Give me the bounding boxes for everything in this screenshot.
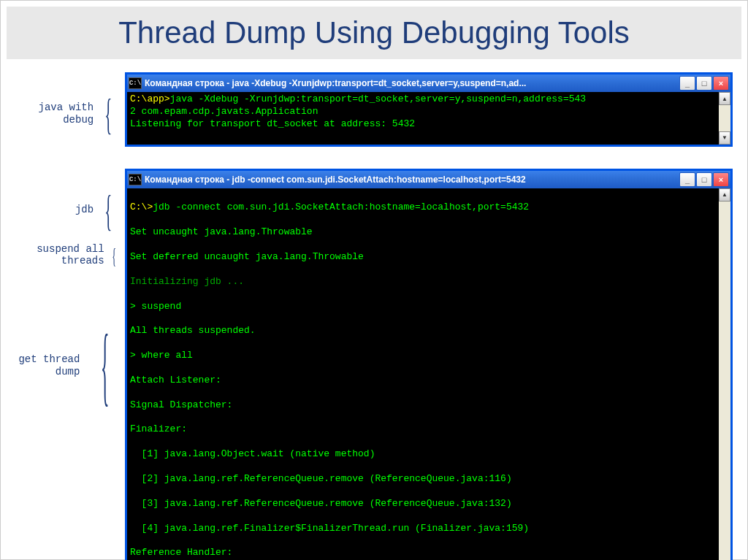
cmd-line: [1] java.lang.Object.wait (native method… [130,448,716,461]
cmd-content-1[interactable]: C:\app>java -Xdebug -Xrunjdwp:transport=… [127,92,719,145]
scrollbar[interactable]: ▲ ▼ [719,92,730,145]
cmd-icon: C:\ [129,77,142,89]
cmd-line: [2] java.lang.ref.ReferenceQueue.remove … [130,473,716,486]
scroll-up-button[interactable]: ▲ [719,188,730,202]
cmd-icon: C:\ [129,174,142,185]
cmd-line: Reference Handler: [130,547,716,559]
cmd-line: Set uncaught java.lang.Throwable [130,226,716,239]
bracket-icon: { [105,103,112,125]
cmd-line: Finalizer: [130,423,716,436]
cmd-line: [3] java.lang.ref.ReferenceQueue.remove … [130,498,716,510]
label-jdb: jdb [75,204,94,216]
cmd-line: > suspend [130,301,716,313]
label-dump: get thread dump [18,353,80,378]
cmd-window-title: Командная строка - java -Xdebug -Xrunjdw… [145,78,679,88]
cmd-line: > where all [130,350,716,362]
maximize-button[interactable]: □ [696,76,712,91]
cmd-window-title: Командная строка - jdb -connect com.sun.… [145,174,679,185]
label-java-debug: java with debug [39,101,94,126]
content: java with debug { C:\ Командная строка -… [1,65,747,560]
bracket-icon: { [112,250,116,261]
cmd-line: Signal Dispatcher: [130,399,716,412]
section-java-debug: java with debug { C:\ Командная строка -… [15,72,733,147]
cmd-titlebar-1[interactable]: C:\ Командная строка - java -Xdebug -Xru… [127,74,730,92]
scroll-track[interactable] [719,105,730,131]
prompt: C:\app> [130,93,170,104]
minimize-button[interactable]: _ [679,76,695,91]
cmd-line: Attach Listener: [130,375,716,387]
labels-col-2: jdb { suspend all threads { get thread d… [15,169,125,475]
cmd-titlebar-2[interactable]: C:\ Командная строка - jdb -connect com.… [127,171,730,188]
cmd-line: 2 com.epam.cdp.javats.Application [130,106,318,117]
cmd-line: Listening for transport dt_socket at add… [130,118,415,129]
scroll-up-button[interactable]: ▲ [719,92,730,105]
cmd-line: Initializing jdb ... [130,276,716,288]
cmd-window-1: C:\ Командная строка - java -Xdebug -Xru… [125,72,733,147]
cmd-line: All threads suspended. [130,325,716,337]
window-controls: _ □ × [679,172,729,187]
section-jdb: jdb { suspend all threads { get thread d… [15,169,733,560]
bracket-icon: { [101,344,110,388]
cmd-line: [4] java.lang.ref.Finalizer$FinalizerThr… [130,523,716,535]
cmd-line: java -Xdebug -Xrunjdwp:transport=dt_sock… [170,93,587,104]
label-suspend: suspend all threads [37,243,104,268]
title-bar: Thread Dump Using Debugging Tools [7,7,741,59]
cmd-content-2[interactable]: C:\>jdb -connect com.sun.jdi.SocketAttac… [127,188,719,560]
cmd-body-2: C:\>jdb -connect com.sun.jdi.SocketAttac… [127,188,730,560]
slide: Thread Dump Using Debugging Tools java w… [0,0,748,560]
cmd-window-2: C:\ Командная строка - jdb -connect com.… [125,169,733,560]
scroll-track[interactable] [719,202,730,560]
scrollbar[interactable]: ▲ ▼ [719,188,730,560]
minimize-button[interactable]: _ [679,172,695,187]
prompt: C:\> [130,202,153,212]
bracket-icon: { [105,199,112,221]
slide-title: Thread Dump Using Debugging Tools [7,15,741,50]
maximize-button[interactable]: □ [696,172,712,187]
cmd-line: Set deferred uncaught java.lang.Throwabl… [130,251,716,264]
window-controls: _ □ × [679,76,729,91]
close-button[interactable]: × [713,76,729,91]
cmd-line: jdb -connect com.sun.jdi.SocketAttach:ho… [153,202,529,212]
cmd-body-1: C:\app>java -Xdebug -Xrunjdwp:transport=… [127,92,730,145]
close-button[interactable]: × [713,172,729,187]
scroll-down-button[interactable]: ▼ [719,131,730,145]
